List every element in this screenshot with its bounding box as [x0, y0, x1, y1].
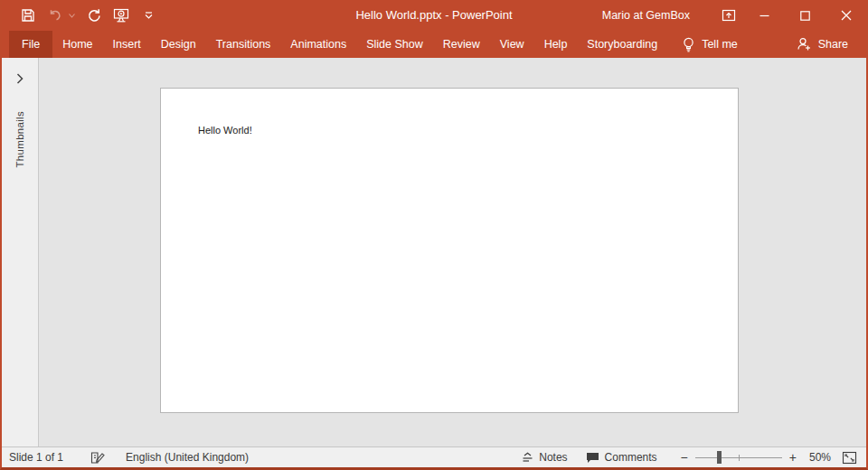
- account-name[interactable]: Mario at GemBox: [602, 9, 690, 22]
- share-button[interactable]: Share: [793, 31, 852, 58]
- tab-transitions[interactable]: Transitions: [206, 31, 281, 58]
- window-title: Hello World.pptx - PowerPoint: [355, 0, 512, 31]
- comments-icon: [586, 452, 599, 464]
- titlebar-controls: Mario at GemBox: [602, 0, 866, 31]
- qat-customize-icon: [145, 12, 153, 19]
- tab-help[interactable]: Help: [534, 31, 578, 58]
- start-slideshow-icon: [113, 8, 129, 23]
- tab-design[interactable]: Design: [151, 31, 206, 58]
- save-button[interactable]: [14, 4, 42, 27]
- slide-indicator[interactable]: Slide 1 of 1: [9, 451, 63, 464]
- zoom-slider-center-tick: [739, 455, 740, 461]
- save-icon: [21, 8, 35, 23]
- thumbnails-panel[interactable]: Thumbnails: [2, 58, 39, 446]
- share-person-icon: [797, 37, 812, 52]
- ribbon-display-options-button[interactable]: [713, 0, 744, 31]
- document-body: Thumbnails Hello World!: [2, 58, 866, 446]
- ribbon-display-options-icon: [722, 9, 736, 22]
- tab-animations[interactable]: Animations: [280, 31, 356, 58]
- tab-storyboarding[interactable]: Storyboarding: [577, 31, 667, 58]
- comments-button[interactable]: Comments: [586, 451, 657, 464]
- status-bar: Slide 1 of 1 English (United Kingdom) No…: [2, 446, 866, 467]
- start-slideshow-button[interactable]: [108, 4, 135, 27]
- zoom-percentage[interactable]: 50%: [809, 451, 831, 464]
- close-button[interactable]: [826, 0, 866, 31]
- zoom-out-button[interactable]: −: [677, 450, 692, 465]
- tab-file[interactable]: File: [9, 31, 52, 58]
- minimize-button[interactable]: [744, 0, 785, 31]
- slide-canvas: Hello World!: [39, 58, 866, 446]
- status-bar-right: Notes Comments − + 50%: [522, 450, 857, 465]
- customize-quick-access-button[interactable]: [135, 4, 162, 27]
- title-bar: Hello World.pptx - PowerPoint Mario at G…: [2, 0, 866, 31]
- close-icon: [841, 10, 852, 21]
- maximize-icon: [800, 11, 810, 21]
- tab-view[interactable]: View: [490, 31, 534, 58]
- fit-window-icon: [842, 451, 857, 465]
- slide[interactable]: Hello World!: [160, 88, 739, 413]
- fit-window-button[interactable]: [842, 451, 857, 465]
- slide-text[interactable]: Hello World!: [198, 125, 252, 136]
- quick-access-toolbar: [2, 4, 162, 27]
- tell-me-button[interactable]: Tell me: [678, 31, 741, 58]
- tab-insert[interactable]: Insert: [103, 31, 151, 58]
- notes-label: Notes: [539, 451, 567, 464]
- undo-button[interactable]: [42, 4, 75, 27]
- tab-home[interactable]: Home: [52, 31, 102, 58]
- expand-chevron-icon[interactable]: [16, 73, 24, 84]
- proofing-icon[interactable]: [90, 451, 106, 465]
- share-label: Share: [818, 38, 848, 51]
- language-status[interactable]: English (United Kingdom): [126, 451, 249, 464]
- thumbnails-panel-label[interactable]: Thumbnails: [14, 111, 25, 167]
- tab-slide-show[interactable]: Slide Show: [356, 31, 433, 58]
- lightbulb-icon: [682, 37, 695, 52]
- repeat-icon: [87, 8, 101, 23]
- undo-icon: [48, 8, 62, 23]
- minimize-icon: [760, 11, 769, 21]
- tab-review[interactable]: Review: [433, 31, 490, 58]
- powerpoint-window: Hello World.pptx - PowerPoint Mario at G…: [0, 0, 868, 470]
- zoom-slider-thumb[interactable]: [717, 451, 722, 464]
- notes-button[interactable]: Notes: [522, 451, 567, 464]
- repeat-button[interactable]: [80, 4, 108, 27]
- undo-dropdown-icon[interactable]: [69, 14, 75, 18]
- zoom-slider[interactable]: [695, 451, 782, 464]
- ribbon-tab-row: File Home Insert Design Transitions Anim…: [2, 31, 866, 58]
- tell-me-label: Tell me: [702, 38, 738, 51]
- notes-icon: [522, 452, 533, 463]
- zoom-in-button[interactable]: +: [786, 450, 800, 465]
- comments-label: Comments: [605, 451, 657, 464]
- maximize-button[interactable]: [785, 0, 826, 31]
